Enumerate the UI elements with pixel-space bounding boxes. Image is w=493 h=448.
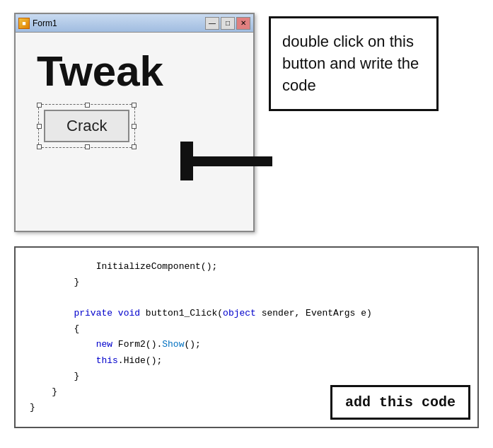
titlebar: ■ Form1 — □ ✕: [16, 14, 253, 33]
form-body: Tweak Crack: [16, 33, 253, 231]
add-code-box: add this code: [330, 385, 470, 420]
instruction-text: double click on this button and write th…: [282, 33, 419, 94]
close-button[interactable]: ✕: [236, 17, 250, 30]
code-line-7: this.Hide();: [30, 353, 463, 369]
crack-button[interactable]: Crack: [44, 110, 129, 142]
instruction-box: double click on this button and write th…: [269, 16, 439, 111]
button-wrapper: Crack: [44, 110, 129, 142]
close-icon: ✕: [240, 19, 246, 27]
minimize-icon: —: [209, 19, 216, 27]
handle-br: [132, 144, 137, 149]
handle-bm: [85, 144, 90, 149]
code-line-8: }: [30, 369, 463, 384]
top-section: ■ Form1 — □ ✕ Tweak: [0, 0, 493, 239]
handle-tl: [37, 103, 42, 108]
arrow-graphic: [180, 142, 279, 180]
code-line-6: new Form2().Show();: [30, 337, 463, 352]
maximize-icon: □: [226, 19, 230, 27]
windows-form: ■ Form1 — □ ✕ Tweak: [14, 13, 255, 232]
handle-mr: [132, 124, 137, 129]
handle-tm: [85, 103, 90, 108]
form-icon: ■: [18, 18, 30, 29]
code-line-5: {: [30, 321, 463, 337]
add-code-label: add this code: [345, 394, 456, 410]
code-line-4: private void button1_Click(object sender…: [30, 306, 463, 321]
title-left: ■ Form1: [18, 18, 57, 29]
minimize-button[interactable]: —: [205, 17, 219, 30]
code-line-1: InitializeComponent();: [30, 259, 463, 275]
handle-bl: [37, 144, 42, 149]
code-line-3: [30, 290, 463, 306]
code-line-2: }: [30, 275, 463, 290]
handle-tr: [132, 103, 137, 108]
code-section: InitializeComponent(); } private void bu…: [14, 246, 479, 428]
form-title-label: Tweak: [37, 47, 163, 96]
window-controls: — □ ✕: [205, 17, 250, 30]
handle-ml: [37, 124, 42, 129]
maximize-button[interactable]: □: [221, 17, 235, 30]
window-title: Form1: [33, 18, 57, 28]
